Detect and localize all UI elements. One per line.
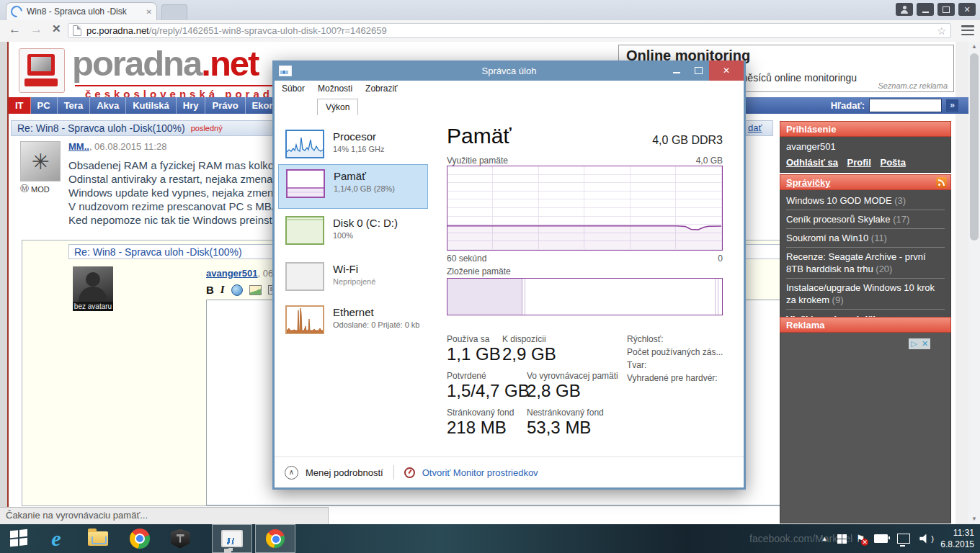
network-icon[interactable]	[897, 534, 910, 544]
link-icon[interactable]	[231, 284, 243, 296]
rss-icon[interactable]	[936, 177, 947, 188]
partial-reply-link[interactable]: dať	[748, 122, 762, 133]
new-tab-button[interactable]	[161, 4, 187, 21]
side-label: Rýchlosť:	[627, 334, 664, 344]
adchoices-close-icon[interactable]: ✕	[919, 338, 930, 349]
perf-item-ethernet[interactable]: Ethernet Odoslané: 0 Prijaté: 0 kb	[278, 301, 428, 340]
search-input[interactable]	[869, 99, 942, 112]
taskbar-clock[interactable]: 11:31 6.8.2015	[940, 527, 974, 550]
ethernet-sparkline	[285, 305, 324, 334]
forward-button[interactable]: →	[30, 22, 43, 37]
minimize-icon	[673, 72, 680, 73]
stat-value: 1,5/4,7 GB	[447, 381, 530, 401]
less-details-button[interactable]: Menej podrobností	[306, 467, 383, 478]
page-scrollbar[interactable]: ▲ ▼	[968, 42, 980, 524]
perf-item-wifi[interactable]: Wi-Fi Nepripojené	[278, 258, 428, 302]
image-icon[interactable]	[249, 285, 262, 295]
tm-title-bar[interactable]: Správca úloh ✕	[275, 60, 744, 81]
mod-badge: Ⓜ MOD	[20, 183, 50, 195]
news-link[interactable]: Recenze: Seagate Archive - první 8TB har…	[786, 248, 945, 279]
nav-tab-akva[interactable]: Akva	[90, 97, 126, 114]
news-link[interactable]: Windows 10 GOD MODE (3)	[786, 192, 945, 210]
logout-link[interactable]: Odhlásiť sa	[786, 157, 838, 168]
search-label: Hľadať:	[831, 100, 865, 111]
world-of-tanks-icon[interactable]	[169, 527, 192, 550]
tray-expand-icon[interactable]: ▲	[821, 535, 828, 542]
tab-close-icon[interactable]: ✕	[146, 8, 152, 16]
minimize-button[interactable]	[917, 3, 934, 16]
resource-monitor-icon	[404, 467, 415, 478]
profile-button[interactable]	[896, 3, 913, 16]
adchoices-play-icon[interactable]: ▷	[909, 338, 919, 349]
nav-tab-pravo[interactable]: Právo	[205, 97, 245, 114]
bookmark-star-icon[interactable]: ☆	[937, 25, 946, 37]
news-link[interactable]: Soukromí na Win10 (11)	[786, 229, 945, 248]
logged-in-user: avanger501	[786, 141, 945, 152]
browser-toolbar: ← → ✕ pc.poradna.net/q/reply/1462651-win…	[0, 20, 980, 42]
window-controls: ✕	[896, 3, 976, 16]
nav-tab-tera[interactable]: Tera	[58, 97, 91, 114]
tm-tab-row: Výkon	[275, 96, 744, 115]
close-button[interactable]: ✕	[958, 3, 976, 16]
stop-button[interactable]: ✕	[52, 22, 61, 35]
address-bar[interactable]: pc.poradna.net/q/reply/1462651-win8-spra…	[68, 23, 951, 38]
maximize-button[interactable]	[937, 3, 955, 16]
scrollbar-thumb[interactable]	[970, 53, 979, 240]
file-explorer-icon[interactable]	[86, 527, 110, 550]
internet-explorer-icon[interactable]: e	[45, 527, 68, 550]
stat-value: 1,1 GB	[447, 344, 501, 364]
perf-item-memory[interactable]: Pamäť 1,1/4,0 GB (28%)	[278, 164, 428, 209]
italic-button[interactable]: I	[220, 284, 225, 296]
search-go-button[interactable]: »	[946, 99, 958, 112]
browser-menu-button[interactable]	[961, 25, 974, 35]
browser-tab[interactable]: Win8 - Spravca uloh -Disk ✕	[6, 2, 157, 20]
tm-body: Procesor 14% 1,16 GHz Pamäť 1,1/4,0 GB (…	[275, 115, 744, 457]
stat-label: Vo vyrovnávacej pamäti	[527, 371, 618, 381]
bold-button[interactable]: B	[206, 284, 214, 296]
tab-vykon[interactable]: Výkon	[317, 99, 358, 115]
scroll-up-icon[interactable]: ▲	[968, 42, 980, 52]
start-button[interactable]	[10, 529, 29, 549]
site-search: Hľadať: »	[831, 97, 958, 114]
nav-tab-pc[interactable]: PC	[31, 97, 58, 114]
tm-maximize-button[interactable]	[687, 60, 709, 81]
action-center-flag-icon[interactable]: ⚑	[856, 533, 865, 544]
thread-title[interactable]: Re: Win8 - Spravca uloh -Disk(100%)	[17, 122, 185, 134]
volume-icon[interactable]	[919, 534, 929, 544]
back-button[interactable]: ←	[9, 22, 21, 37]
post1-author-link[interactable]: MM..	[68, 141, 89, 152]
ad-content[interactable]: ▷ ✕	[780, 333, 951, 523]
nav-tab-it[interactable]: IT	[9, 97, 31, 114]
site-logo-icon[interactable]	[19, 48, 65, 93]
memory-composition-bar	[447, 278, 723, 315]
nav-tab-kutilska[interactable]: Kutilská	[126, 97, 177, 114]
close-icon: ✕	[723, 66, 730, 76]
close-icon: ✕	[963, 6, 970, 14]
last-post-badge: posledný	[191, 124, 223, 132]
chrome-taskbar-button[interactable]	[255, 524, 295, 553]
tm-close-button[interactable]: ✕	[709, 60, 744, 81]
menu-moznosti[interactable]: Možnosti	[318, 84, 352, 94]
battery-icon[interactable]	[874, 534, 888, 543]
profile-link[interactable]: Profil	[847, 157, 871, 168]
nav-tab-hry[interactable]: Hry	[177, 97, 206, 114]
site-logo[interactable]: poradna.net	[72, 43, 258, 84]
mail-link[interactable]: Pošta	[880, 157, 905, 168]
task-manager-taskbar-button[interactable]	[212, 524, 252, 553]
mod-icon: Ⓜ	[20, 183, 29, 195]
tray-windows-icon[interactable]	[837, 534, 847, 544]
open-resource-monitor-link[interactable]: Otvoriť Monitor prostriedkov	[422, 467, 538, 478]
reply-author-link[interactable]: avanger501	[206, 268, 258, 279]
post1-author-line: MM.., 06.08.2015 11:28	[68, 141, 166, 152]
collapse-icon[interactable]: ∧	[285, 466, 298, 480]
tm-minimize-button[interactable]	[666, 60, 687, 81]
chrome-icon[interactable]	[128, 527, 151, 550]
perf-item-cpu[interactable]: Procesor 14% 1,16 GHz	[278, 125, 428, 170]
menu-zobrazit[interactable]: Zobraziť	[365, 84, 398, 94]
graph-time-end: 0	[718, 253, 723, 264]
perf-item-disk[interactable]: Disk 0 (C: D:) 100%	[278, 212, 428, 256]
news-link[interactable]: Instalace/upgrade Windows 10 krok za kro…	[786, 279, 945, 310]
news-link[interactable]: Ceník procesorů Skylake (17)	[786, 210, 945, 229]
scroll-down-icon[interactable]: ▼	[968, 514, 980, 524]
menu-subor[interactable]: Súbor	[282, 84, 305, 94]
